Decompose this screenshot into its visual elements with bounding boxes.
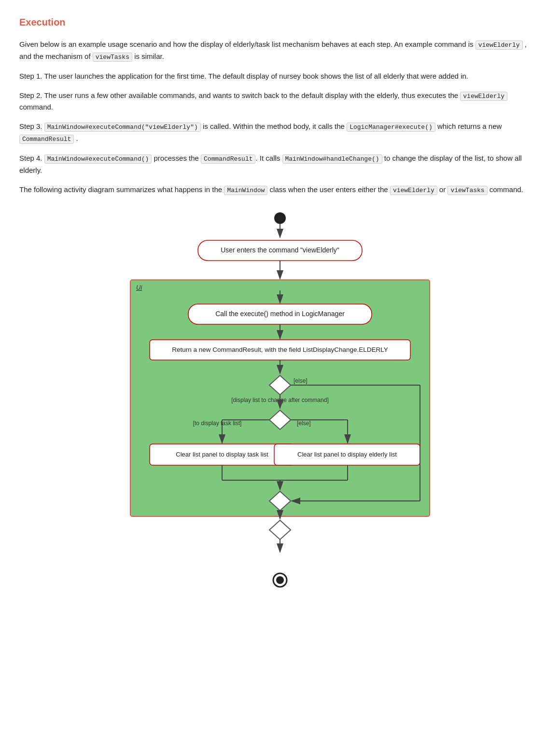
code-viewelderly-2: viewElderly — [460, 92, 507, 101]
paragraph-5: Step 4. MainWindow#executeCommand() proc… — [19, 153, 541, 176]
task-list-label: [to display task list] — [193, 420, 242, 427]
paragraph-1: Given below is an example usage scenario… — [19, 39, 541, 63]
code-viewelderly-1: viewElderly — [476, 41, 523, 50]
code-logic-execute: LogicManager#execute() — [347, 123, 435, 132]
code-viewtasks-2: viewTasks — [448, 186, 487, 195]
else-label-2: [else] — [297, 420, 311, 427]
section-title: Execution — [19, 14, 541, 30]
start-label: User enters the command "viewElderly" — [221, 246, 339, 254]
paragraph-3: Step 2. The user runs a few other availa… — [19, 90, 541, 113]
task-box: Clear list panel to display task list — [176, 451, 268, 458]
code-command-result-1: CommandResult — [19, 135, 74, 144]
start-node — [274, 212, 286, 224]
elderly-box: Clear list panel to display elderly list — [297, 451, 397, 458]
paragraph-4: Step 3. MainWindow#executeCommand("viewE… — [19, 121, 541, 145]
code-viewelderly-3: viewElderly — [390, 186, 437, 195]
code-handle-change: MainWindow#handleChange() — [282, 154, 382, 164]
return-box: Return a new CommandResult, with the fie… — [172, 346, 388, 353]
activity-diagram: User enters the command "viewElderly" Ui… — [19, 208, 541, 589]
code-viewtasks-1: viewTasks — [93, 53, 132, 62]
ui-label: Ui — [136, 284, 142, 291]
execute-box: Call the execute() method in LogicManage… — [215, 310, 345, 318]
code-command-result-2: CommandResult — [201, 154, 255, 164]
code-mainwindow: MainWindow — [224, 186, 267, 195]
svg-point-27 — [276, 576, 284, 584]
diamond-4 — [269, 520, 291, 540]
end-node-svg — [268, 569, 292, 589]
diagram-svg: User enters the command "viewElderly" Ui… — [111, 208, 449, 574]
code-execute-command-2: MainWindow#executeCommand() — [44, 154, 152, 164]
code-execute-command-1: MainWindow#executeCommand("viewElderly") — [44, 123, 201, 132]
else-label-1: [else] — [294, 377, 308, 384]
paragraph-2: Step 1. The user launches the applicatio… — [19, 70, 541, 82]
paragraph-6: The following activity diagram summarize… — [19, 184, 541, 196]
